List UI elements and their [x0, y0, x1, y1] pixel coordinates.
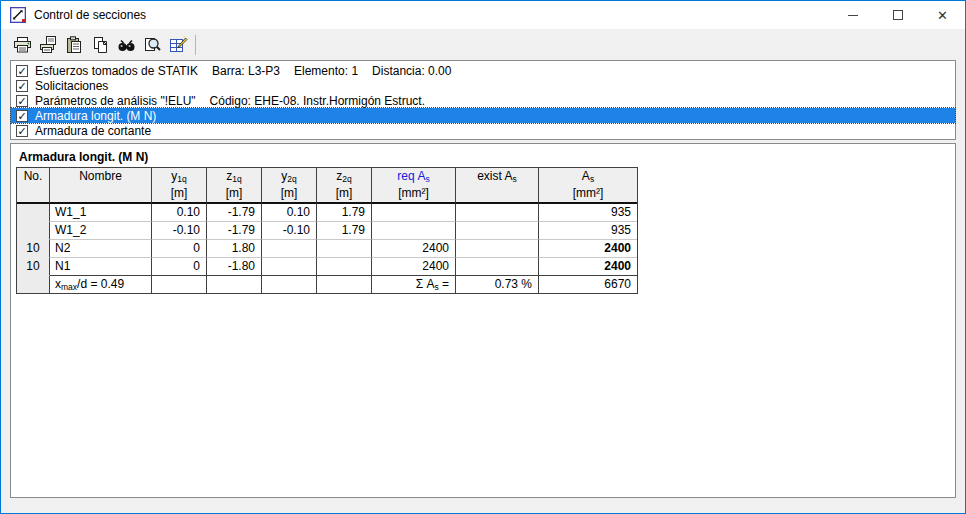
sum-percent-cell: 0.73 %	[456, 276, 539, 293]
col-header-y2q: y2q [m]	[262, 168, 317, 204]
find-icon	[117, 36, 136, 54]
table-row-w1-2: W1_2 -0.10 -1.79 -0.10 1.79 935	[17, 222, 637, 240]
minimize-icon	[848, 15, 858, 16]
option-label: Armadura longit. (M N)	[35, 109, 156, 123]
section-heading: Armadura longit. (M N)	[19, 150, 148, 164]
find-button[interactable]	[113, 33, 139, 57]
cell: -0.10	[262, 222, 317, 240]
maximize-icon	[893, 10, 903, 20]
cell: 0	[152, 240, 207, 258]
print-button[interactable]	[9, 33, 35, 57]
checkbox-parametros[interactable]: ✓	[16, 95, 28, 107]
cell: 2400	[539, 258, 637, 276]
table-row-n1: 10 N1 0 -1.80 2400 2400	[17, 258, 637, 276]
cell	[317, 240, 372, 258]
cell: 1.79	[317, 222, 372, 240]
close-button[interactable]: ✕	[920, 1, 965, 29]
option-detail: Barra: L3-P3	[212, 64, 280, 78]
app-icon[interactable]	[10, 7, 26, 23]
sum-as-label-cell: Σ As =	[372, 276, 456, 293]
paste-button[interactable]	[61, 33, 87, 57]
col-header-as: As [mm²]	[539, 168, 637, 204]
checkbox-armadura-cortante[interactable]: ✓	[16, 125, 28, 137]
option-armadura-longit[interactable]: ✓ Armadura longit. (M N)	[11, 108, 955, 123]
cell: 935	[539, 204, 637, 222]
paste-icon	[65, 36, 83, 54]
cell: -1.79	[207, 204, 262, 222]
titlebar: Control de secciones ✕	[1, 1, 965, 29]
minimize-button[interactable]	[830, 1, 875, 29]
edit-table-button[interactable]	[165, 33, 191, 57]
checkbox-esfuerzos[interactable]: ✓	[16, 65, 28, 77]
edit-table-icon	[169, 36, 188, 54]
option-detail: Elemento: 1	[294, 64, 358, 78]
option-parametros[interactable]: ✓ Parámetros de análisis "!ELU" Código: …	[11, 93, 955, 108]
cell: 10	[17, 240, 50, 258]
print-preview-button[interactable]	[35, 33, 61, 57]
copy-icon	[91, 36, 109, 54]
cell	[152, 276, 207, 293]
cell	[317, 276, 372, 293]
col-header-exist-as: exist As	[456, 168, 539, 204]
table-sum-row: xmax/d = 0.49 Σ As = 0.73 % 6670	[17, 276, 637, 293]
maximize-button[interactable]	[875, 1, 920, 29]
cell	[456, 222, 539, 240]
col-header-no: No.	[17, 168, 50, 204]
cell	[456, 204, 539, 222]
header-row: No. Nombre y1q [m] z1q [m] y2q [m]	[17, 168, 637, 204]
report-panel: Armadura longit. (M N) No. Nombre y1q [m…	[10, 143, 956, 498]
option-label: Solicitaciones	[35, 79, 108, 93]
cell: 1.80	[207, 240, 262, 258]
cell: 935	[539, 222, 637, 240]
col-header-z1q: z1q [m]	[207, 168, 262, 204]
cell: -1.79	[207, 222, 262, 240]
option-esfuerzos[interactable]: ✓ Esfuerzos tomados de STATIK Barra: L3-…	[11, 63, 955, 78]
table-row-w1-1: W1_1 0.10 -1.79 0.10 1.79 935	[17, 204, 637, 222]
cell: 0.10	[152, 204, 207, 222]
cell: 0	[152, 258, 207, 276]
cell	[262, 240, 317, 258]
cell: 2400	[372, 258, 456, 276]
cell	[17, 204, 50, 222]
cell: 2400	[372, 240, 456, 258]
cell: W1_2	[50, 222, 152, 240]
cell: -0.10	[152, 222, 207, 240]
toolbar-separator	[195, 35, 196, 55]
option-armadura-cortante[interactable]: ✓ Armadura de cortante	[11, 123, 955, 138]
armadura-table: No. Nombre y1q [m] z1q [m] y2q [m]	[16, 167, 638, 294]
cell: 0.10	[262, 204, 317, 222]
checkbox-armadura-longit[interactable]: ✓	[16, 110, 28, 122]
xmax-ratio-cell: xmax/d = 0.49	[50, 276, 152, 293]
checkbox-solicitaciones[interactable]: ✓	[16, 80, 28, 92]
cell	[262, 258, 317, 276]
cell: 1.79	[317, 204, 372, 222]
option-label: Esfuerzos tomados de STATIK	[35, 64, 198, 78]
cell	[17, 222, 50, 240]
option-detail: Distancia: 0.00	[372, 64, 451, 78]
report-sections-list: ✓ Esfuerzos tomados de STATIK Barra: L3-…	[10, 60, 956, 140]
cell	[372, 204, 456, 222]
cell: 2400	[539, 240, 637, 258]
col-header-nombre: Nombre	[50, 168, 152, 204]
cell	[372, 222, 456, 240]
cell	[17, 276, 50, 293]
cell: N1	[50, 258, 152, 276]
sum-total-cell: 6670	[539, 276, 637, 293]
print-icon	[13, 36, 32, 54]
copy-button[interactable]	[87, 33, 113, 57]
close-icon: ✕	[937, 9, 948, 22]
window-title: Control de secciones	[34, 8, 146, 22]
cell: 10	[17, 258, 50, 276]
toolbar	[1, 29, 965, 60]
cell	[456, 258, 539, 276]
zoom-icon	[143, 36, 162, 54]
table-row-n2: 10 N2 0 1.80 2400 2400	[17, 240, 637, 258]
dialog-control-de-secciones: Control de secciones ✕	[0, 0, 966, 514]
cell	[317, 258, 372, 276]
option-solicitaciones[interactable]: ✓ Solicitaciones	[11, 78, 955, 93]
cell	[207, 276, 262, 293]
cell: N2	[50, 240, 152, 258]
cell: -1.80	[207, 258, 262, 276]
cell	[262, 276, 317, 293]
zoom-button[interactable]	[139, 33, 165, 57]
